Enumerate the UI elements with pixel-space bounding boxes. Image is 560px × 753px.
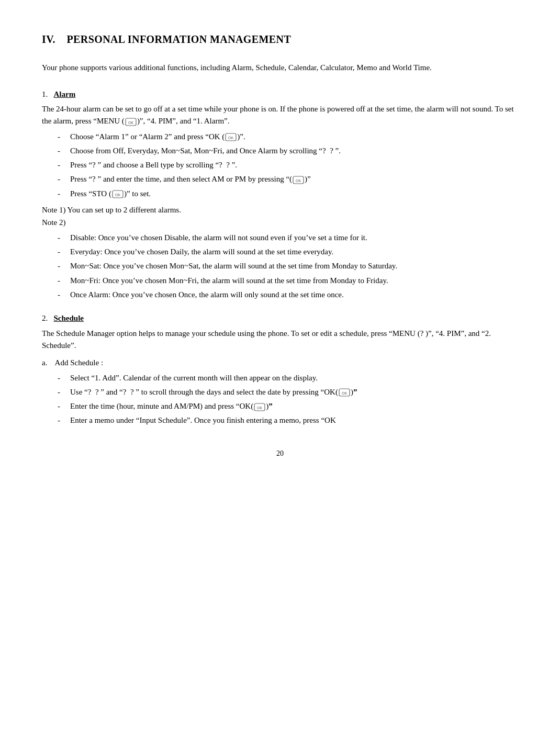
alarm-body: The 24-hour alarm can be set to go off a… — [42, 103, 518, 128]
add-schedule-bullets: - Select “1. Add”. Calendar of the curre… — [42, 372, 518, 427]
schedule-heading: 2. Schedule — [42, 312, 518, 324]
svg-text:OK: OK — [228, 136, 233, 140]
ok-icon-3: OK — [112, 190, 124, 198]
list-item: - Use “? ? ” and “? ? ” to scroll throug… — [42, 386, 518, 398]
list-item: - Press “? ” and enter the time, and the… — [42, 173, 518, 185]
ok-icon-4: OK — [339, 388, 350, 397]
svg-text:OK: OK — [257, 406, 262, 409]
sub-a-label: a. Add Schedule : — [42, 357, 518, 369]
list-item: - Mon~Fri: Once you’ve chosen Mon~Fri, t… — [42, 275, 518, 287]
svg-text:OK: OK — [342, 391, 347, 395]
list-item: - Select “1. Add”. Calendar of the curre… — [42, 372, 518, 384]
schedule-title: Schedule — [54, 314, 84, 322]
svg-text:OK: OK — [128, 120, 133, 124]
alarm-number: 1. — [42, 90, 48, 98]
menu-icon: OK — [125, 118, 137, 126]
section-heading: IV. PERSONAL INFORMATION MANAGEMENT — [42, 31, 518, 47]
schedule-body: The Schedule Manager option helps to man… — [42, 328, 518, 352]
note1: Note 1) You can set up to 2 different al… — [42, 204, 518, 216]
ok-icon-2: OK — [293, 176, 304, 184]
list-item: - Disable: Once you’ve chosen Disable, t… — [42, 232, 518, 244]
schedule-section: 2. Schedule The Schedule Manager option … — [42, 312, 518, 427]
alarm-heading: 1. Alarm — [42, 88, 518, 100]
schedule-number: 2. — [42, 314, 48, 322]
list-item: - Enter the time (hour, minute and AM/PM… — [42, 400, 518, 412]
ok-icon-5: OK — [254, 403, 265, 411]
note2-bullets: - Disable: Once you’ve chosen Disable, t… — [42, 232, 518, 301]
alarm-title: Alarm — [54, 90, 76, 98]
svg-text:OK: OK — [296, 178, 301, 182]
list-item: - Everyday: Once you’ve chosen Daily, th… — [42, 246, 518, 258]
alarm-bullets: - Choose “Alarm 1” or “Alarm 2” and pres… — [42, 131, 518, 200]
list-item: - Press “? ” and choose a Bell type by s… — [42, 159, 518, 171]
list-item: - Enter a memo under “Input Schedule”. O… — [42, 414, 518, 426]
list-item: - Choose “Alarm 1” or “Alarm 2” and pres… — [42, 131, 518, 143]
page-number: 20 — [42, 448, 518, 459]
intro-paragraph: Your phone supports various additional f… — [42, 62, 518, 74]
list-item: - Mon~Sat: Once you’ve chosen Mon~Sat, t… — [42, 260, 518, 272]
alarm-section: 1. Alarm The 24-hour alarm can be set to… — [42, 88, 518, 301]
list-item: - Once Alarm: Once you’ve chosen Once, t… — [42, 289, 518, 301]
note2-label: Note 2) — [42, 217, 518, 229]
list-item: - Choose from Off, Everyday, Mon~Sat, Mo… — [42, 145, 518, 157]
svg-text:OK: OK — [115, 193, 120, 197]
list-item: - Press “STO (OK)” to set. — [42, 188, 518, 200]
ok-icon-1: OK — [225, 133, 237, 141]
